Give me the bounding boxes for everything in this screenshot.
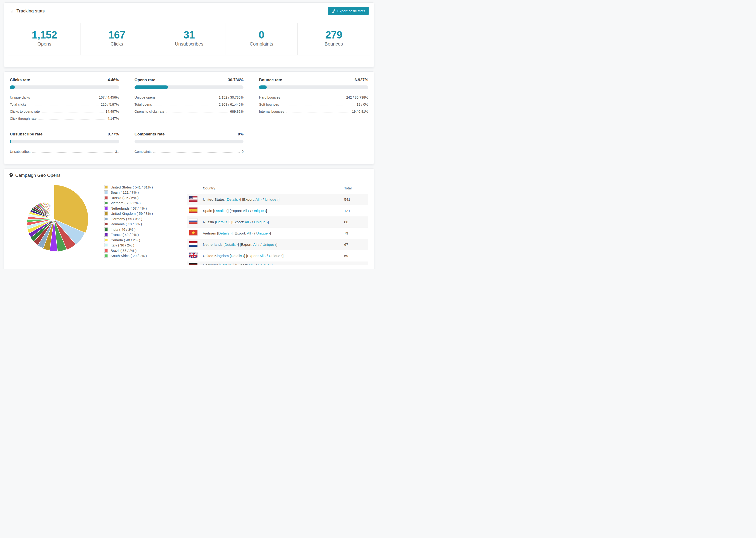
export-unique-link[interactable]: Unique › (256, 231, 270, 235)
export-unique-link[interactable]: Unique › (262, 242, 276, 246)
export-unique-link[interactable]: Unique › (269, 254, 283, 258)
metric-internal-bounces: Internal bounces 19 / 6.81% (259, 108, 368, 115)
legend-item-romania: Romania ( 49 / 3% ) (104, 222, 187, 226)
details-link[interactable]: Details › (227, 197, 240, 201)
legend-swatch (104, 217, 108, 221)
export-all-link[interactable]: All › (255, 197, 262, 201)
stat-strip: 1,152 Opens167 Clicks31 Unsubscribes0 Co… (8, 23, 370, 55)
metric-clicks-to-opens-rate: Clicks to opens rate 14.497% (10, 108, 119, 115)
legend-swatch (104, 233, 108, 237)
legend-swatch (104, 222, 108, 226)
clicks-rate-value: 4.46% (108, 78, 119, 82)
details-link[interactable]: Details › (218, 231, 232, 235)
details-link[interactable]: Details › (220, 263, 233, 265)
unsubscribe-rate-title: Unsubscribe rate (10, 132, 42, 136)
export-all-link[interactable]: All › (253, 242, 260, 246)
country-column-header: Country (200, 183, 342, 194)
flag-ru-icon (189, 219, 197, 224)
opens-rate-value: 30.736% (228, 78, 243, 82)
clicks-rate-bar (10, 85, 119, 89)
legend-swatch (104, 190, 108, 194)
export-unique-link[interactable]: Unique › (254, 220, 268, 224)
legend-item-united-states: United States ( 541 / 31% ) (104, 185, 187, 189)
legend-item-canada: Canada ( 40 / 2% ) (104, 238, 187, 242)
export-all-link[interactable]: All › (249, 263, 255, 265)
dotted-leader (281, 105, 355, 105)
export-unique-link[interactable]: Unique › (265, 197, 279, 201)
details-link[interactable]: Details › (231, 254, 244, 258)
legend-label: Netherlands ( 67 / 4% ) (111, 206, 147, 210)
legend-label: Brazil ( 33 / 2% ) (111, 248, 136, 252)
country-total: 79 (342, 228, 368, 239)
legend-label: France ( 42 / 2% ) (111, 233, 139, 237)
export-unique-link[interactable]: Unique › (252, 209, 266, 213)
rate-head: Clicks rate 4.46% (10, 78, 119, 82)
metric-hard-bounces: Hard bounces 242 / 86.738% (259, 94, 368, 101)
geo-row-spain: Spain [Details ›] [Export: All › / Uniqu… (188, 205, 368, 216)
dotted-leader (153, 152, 240, 153)
flag-us-icon (189, 196, 197, 202)
unsubscribe-rate-value: 0.77% (108, 132, 119, 136)
geo-table: Country Total United States [Details ›] … (188, 183, 368, 265)
legend-swatch (104, 254, 108, 258)
country-row-text: Germany [Details ›] [Export: All › / Uni… (203, 263, 273, 265)
dotted-leader (28, 105, 99, 105)
export-all-link[interactable]: All › (244, 220, 251, 224)
legend-swatch (104, 248, 108, 252)
legend-item-italy: Italy ( 36 / 2% ) (104, 243, 187, 247)
legend-item-brazil: Brazil ( 33 / 2% ) (104, 248, 187, 252)
legend-label: United States ( 541 / 31% ) (111, 185, 153, 189)
export-basic-stats-button[interactable]: Export basic stats (328, 7, 369, 15)
campaign-geo-opens-card: Campaign Geo Opens United States ( 541 /… (4, 168, 374, 269)
dotted-leader (157, 98, 217, 98)
opens-rate-title: Opens rate (135, 78, 155, 82)
geo-row-germany: Germany [Details ›] [Export: All › / Uni… (188, 261, 368, 265)
stat-label: Complaints (227, 41, 296, 47)
rate-head: Bounce rate 6.927% (259, 78, 368, 82)
legend-label: Canada ( 40 / 2% ) (111, 238, 140, 242)
dotted-leader (154, 105, 217, 105)
complaints-rate-value: 0% (238, 132, 244, 136)
flag-nl-icon (189, 241, 197, 247)
legend-item-south-africa: South Africa ( 29 / 2% ) (104, 254, 187, 258)
clicks-rate-title: Clicks rate (10, 78, 30, 82)
flag-column-header (188, 183, 200, 194)
stat-bounces: 279 Bounces (297, 23, 370, 55)
dotted-leader (282, 98, 345, 98)
country-total: 59 (342, 250, 368, 261)
legend-swatch (104, 238, 108, 242)
details-link[interactable]: Details › (225, 242, 238, 246)
export-all-link[interactable]: All › (243, 209, 249, 213)
details-link[interactable]: Details › (214, 209, 228, 213)
flag-vn-icon (189, 230, 197, 236)
legend-label: India ( 46 / 3% ) (111, 228, 135, 232)
stat-unsubscribes: 31 Unsubscribes (153, 23, 225, 55)
country-row-text: Spain [Details ›] [Export: All › / Uniqu… (203, 209, 267, 213)
metric-total-opens: Total opens 2,303 / 61.446% (135, 101, 244, 108)
legend-label: United Kingdom ( 59 / 3% ) (111, 211, 153, 215)
geo-header: Campaign Geo Opens (4, 169, 374, 182)
metric-total-clicks: Total clicks 220 / 5.87% (10, 101, 119, 108)
export-unique-link[interactable]: Unique › (258, 263, 272, 265)
stat-value: 0 (227, 29, 296, 41)
legend-label: Germany ( 55 / 3% ) (111, 217, 142, 221)
legend-label: Romania ( 49 / 3% ) (111, 222, 142, 226)
rate-block-clicks: Clicks rate 4.46% Unique clicks 167 / 4.… (10, 78, 119, 122)
geo-row-united-kingdom: United Kingdom [Details ›] [Export: All … (188, 250, 368, 261)
stat-clicks: 167 Clicks (81, 23, 153, 55)
opens-rate-bar (135, 85, 244, 89)
country-total (342, 261, 368, 265)
bounce-rate-bar (259, 85, 368, 89)
legend-item-india: India ( 46 / 3% ) (104, 228, 187, 232)
export-all-link[interactable]: All › (247, 231, 253, 235)
legend-item-spain: Spain ( 121 / 7% ) (104, 190, 187, 194)
details-link[interactable]: Details › (216, 220, 229, 224)
complaints-rate-bar (135, 140, 244, 143)
legend-label: South Africa ( 29 / 2% ) (111, 254, 147, 258)
stat-label: Clicks (82, 41, 151, 47)
tracking-stats-header: Tracking stats Export basic stats (4, 3, 374, 19)
metric-opens-to-clicks-rate: Opens to clicks rate 689.82% (135, 108, 244, 115)
rates-card: Clicks rate 4.46% Unique clicks 167 / 4.… (4, 71, 374, 164)
metric-unique-opens: Unique opens 1,152 / 30.736% (135, 94, 244, 101)
export-all-link[interactable]: All › (259, 254, 266, 258)
